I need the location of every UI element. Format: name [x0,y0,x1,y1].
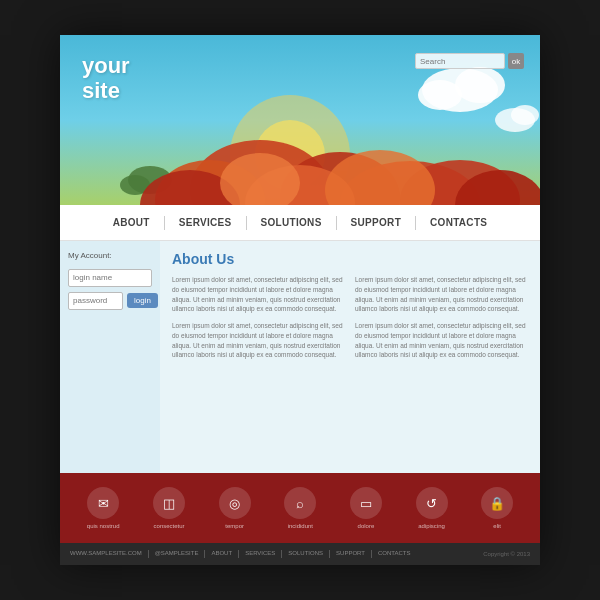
footer-icon-1: ◫ [153,487,185,519]
svg-point-5 [418,80,462,110]
sidebar: My Account: login [60,241,160,473]
footer-icon-6: 🔒 [481,487,513,519]
col1-para1: Lorem ipsum dolor sit amet, consectetur … [172,275,345,314]
site-logo: your site [82,53,130,104]
content-columns: Lorem ipsum dolor sit amet, consectetur … [172,275,528,367]
hero-section: your site ok [60,35,540,205]
about-title: About Us [172,251,528,267]
bottom-link-solutions[interactable]: SOLUTIONS [288,550,323,558]
search-input[interactable] [415,53,505,69]
bottom-divider-5 [371,550,372,558]
copyright: Copyright © 2013 [483,551,530,557]
my-account-label: My Account: [68,251,152,260]
bottom-links: WWW.SAMPLESITE.COM @SAMPLESITE ABOUT SER… [70,550,411,558]
footer-icons-bar: ✉ quis nostrud ◫ consectetur ◎ tempor ⌕ … [60,473,540,543]
bottom-bar: WWW.SAMPLESITE.COM @SAMPLESITE ABOUT SER… [60,543,540,565]
footer-icon-label-0: quis nostrud [87,523,120,529]
website-mockup: your site ok ABOUT SERVICES SOLUTIONS SU… [60,35,540,565]
bottom-site-url[interactable]: WWW.SAMPLESITE.COM [70,550,142,558]
nav-contacts[interactable]: CONTACTS [416,217,501,228]
svg-point-4 [455,67,505,103]
footer-icon-label-5: adipiscing [418,523,445,529]
footer-icon-2: ◎ [219,487,251,519]
col2-para2: Lorem ipsum dolor sit amet, consectetur … [355,321,528,360]
footer-icon-3: ⌕ [284,487,316,519]
search-button[interactable]: ok [508,53,524,69]
bottom-link-contacts[interactable]: CONTACTS [378,550,411,558]
content-col-right: Lorem ipsum dolor sit amet, consectetur … [355,275,528,367]
footer-icon-item-1[interactable]: ◫ consectetur [153,487,185,529]
footer-icon-label-1: consectetur [154,523,185,529]
bottom-divider-4 [329,550,330,558]
content-area: My Account: login About Us Lorem ipsum d… [60,241,540,473]
footer-icon-item-2[interactable]: ◎ tempor [219,487,251,529]
nav-support[interactable]: SUPPORT [337,217,415,228]
bottom-link-support[interactable]: SUPPORT [336,550,365,558]
bottom-divider-2 [238,550,239,558]
bottom-divider-3 [281,550,282,558]
footer-icon-label-3: incididunt [288,523,313,529]
col1-para2: Lorem ipsum dolor sit amet, consectetur … [172,321,345,360]
footer-icon-label-6: elit [493,523,501,529]
content-col-left: Lorem ipsum dolor sit amet, consectetur … [172,275,345,367]
footer-icon-item-6[interactable]: 🔒 elit [481,487,513,529]
footer-icon-5: ↺ [416,487,448,519]
nav-services[interactable]: SERVICES [165,217,246,228]
footer-icon-item-5[interactable]: ↺ adipiscing [416,487,448,529]
nav-solutions[interactable]: SOLUTIONS [247,217,336,228]
footer-icon-item-0[interactable]: ✉ quis nostrud [87,487,120,529]
navigation: ABOUT SERVICES SOLUTIONS SUPPORT CONTACT… [60,205,540,241]
password-input[interactable] [68,292,123,310]
footer-icon-item-3[interactable]: ⌕ incididunt [284,487,316,529]
login-button[interactable]: login [127,293,158,308]
bottom-link-services[interactable]: SERVICES [245,550,275,558]
bottom-social[interactable]: @SAMPLESITE [155,550,199,558]
footer-icon-item-4[interactable]: ▭ dolore [350,487,382,529]
footer-icon-label-4: dolore [358,523,375,529]
bottom-divider-0 [148,550,149,558]
bottom-divider-1 [204,550,205,558]
nav-about[interactable]: ABOUT [99,217,164,228]
search-bar: ok [415,53,524,69]
footer-icon-0: ✉ [87,487,119,519]
col2-para1: Lorem ipsum dolor sit amet, consectetur … [355,275,528,314]
login-name-input[interactable] [68,269,152,287]
footer-icon-4: ▭ [350,487,382,519]
svg-point-7 [511,105,539,125]
bottom-link-about[interactable]: ABOUT [211,550,232,558]
footer-icon-label-2: tempor [225,523,244,529]
main-content: About Us Lorem ipsum dolor sit amet, con… [160,241,540,473]
